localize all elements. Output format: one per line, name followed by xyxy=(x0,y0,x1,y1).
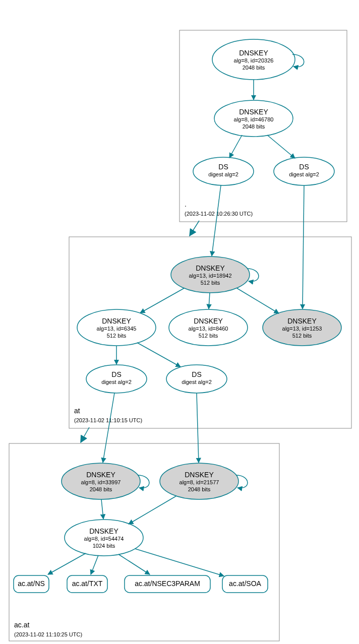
node-at-ds1: DS digest alg=2 xyxy=(86,365,147,393)
svg-text:DNSKEY: DNSKEY xyxy=(89,527,118,535)
node-acat-dnskey-ksk2: DNSKEY alg=8, id=21577 2048 bits xyxy=(160,463,238,499)
svg-text:alg=13, id=1253: alg=13, id=1253 xyxy=(282,326,322,332)
node-acat-dnskey-zsk: DNSKEY alg=8, id=54474 1024 bits xyxy=(65,520,143,556)
svg-text:512 bits: 512 bits xyxy=(107,333,127,339)
svg-text:512 bits: 512 bits xyxy=(199,333,218,339)
svg-text:alg=13, id=18942: alg=13, id=18942 xyxy=(189,273,231,279)
edge-root-ds1-at-ksk xyxy=(212,185,221,256)
svg-text:alg=8, id=20326: alg=8, id=20326 xyxy=(234,57,274,63)
zone-at-time: (2023-11-02 11:10:15 UTC) xyxy=(74,417,142,423)
svg-text:2048 bits: 2048 bits xyxy=(188,486,211,492)
svg-text:ac.at/NS: ac.at/NS xyxy=(18,579,45,588)
svg-text:1024 bits: 1024 bits xyxy=(93,543,115,549)
node-at-dnskey-zsk1: DNSKEY alg=13, id=6345 512 bits xyxy=(77,309,156,346)
edge-zone-at-acat xyxy=(81,427,89,442)
svg-text:512 bits: 512 bits xyxy=(292,333,312,339)
svg-text:2048 bits: 2048 bits xyxy=(90,486,112,492)
node-root-dnskey-zsk: DNSKEY alg=8, id=46780 2048 bits xyxy=(214,100,293,137)
svg-text:alg=8, id=46780: alg=8, id=46780 xyxy=(234,116,274,122)
edge-zsk-ns xyxy=(48,553,86,574)
edge-root-zsk-ds1 xyxy=(229,135,242,158)
svg-text:2048 bits: 2048 bits xyxy=(243,123,265,130)
zone-at-title: at xyxy=(74,407,80,415)
node-rr-txt: ac.at/TXT xyxy=(67,575,107,593)
svg-text:DNSKEY: DNSKEY xyxy=(239,49,268,57)
zone-root-title: . xyxy=(185,200,187,208)
edge-zsk-soa xyxy=(135,549,224,576)
svg-text:digest alg=2: digest alg=2 xyxy=(289,171,319,177)
edge-at-ksk-zsk3 xyxy=(237,288,279,313)
zone-root-time: (2023-11-02 10:26:30 UTC) xyxy=(185,211,253,217)
edge-at-ds2-acat-ksk2 xyxy=(197,393,199,463)
svg-text:DS: DS xyxy=(299,163,309,171)
svg-text:2048 bits: 2048 bits xyxy=(243,65,265,71)
svg-text:ac.at/NSEC3PARAM: ac.at/NSEC3PARAM xyxy=(135,579,200,588)
svg-text:DNSKEY: DNSKEY xyxy=(196,264,225,272)
svg-text:digest alg=2: digest alg=2 xyxy=(208,171,238,177)
node-at-dnskey-ksk: DNSKEY alg=13, id=18942 512 bits xyxy=(171,256,250,293)
svg-text:DS: DS xyxy=(218,163,228,171)
edge-zsk-nsec3param xyxy=(118,554,150,574)
edge-zone-root-at xyxy=(190,221,199,236)
svg-text:DNSKEY: DNSKEY xyxy=(185,471,214,479)
edge-root-ds2-at-zsk3 xyxy=(303,185,304,309)
edge-at-zsk1-ds2 xyxy=(137,343,181,367)
dnssec-diagram: . (2023-11-02 10:26:30 UTC) DNSKEY alg=8… xyxy=(0,0,359,644)
svg-text:DS: DS xyxy=(192,370,201,378)
node-rr-nsec3param: ac.at/NSEC3PARAM xyxy=(125,575,210,593)
zone-acat-box xyxy=(9,443,279,641)
edge-at-ds1-acat-ksk1 xyxy=(103,393,114,463)
zone-acat-time: (2023-11-02 11:10:25 UTC) xyxy=(14,631,82,637)
edge-at-ksk-zsk1 xyxy=(140,288,184,313)
node-root-ds1: DS digest alg=2 xyxy=(193,157,254,185)
svg-text:DNSKEY: DNSKEY xyxy=(194,317,223,325)
edge-acat-ksk1-zsk xyxy=(101,499,103,519)
svg-text:512 bits: 512 bits xyxy=(201,280,220,286)
edge-at-ksk-zsk2 xyxy=(209,293,210,309)
svg-text:ac.at/TXT: ac.at/TXT xyxy=(72,579,103,588)
node-root-ds2: DS digest alg=2 xyxy=(274,157,334,185)
edge-root-zsk-ds2 xyxy=(267,135,295,158)
svg-text:DNSKEY: DNSKEY xyxy=(239,108,268,116)
svg-text:digest alg=2: digest alg=2 xyxy=(182,379,212,385)
svg-text:DNSKEY: DNSKEY xyxy=(102,317,131,325)
svg-text:alg=13, id=8460: alg=13, id=8460 xyxy=(189,326,228,332)
svg-text:DS: DS xyxy=(111,370,121,378)
svg-text:DNSKEY: DNSKEY xyxy=(86,471,115,479)
node-root-dnskey-ksk: DNSKEY alg=8, id=20326 2048 bits xyxy=(212,39,295,80)
node-at-dnskey-zsk3: DNSKEY alg=13, id=1253 512 bits xyxy=(263,309,341,346)
node-acat-dnskey-ksk1: DNSKEY alg=8, id=33997 2048 bits xyxy=(62,463,140,499)
edge-acat-ksk2-zsk xyxy=(129,496,176,524)
edge-zsk-txt xyxy=(91,555,98,574)
svg-text:alg=13, id=6345: alg=13, id=6345 xyxy=(97,326,137,332)
svg-text:alg=8, id=54474: alg=8, id=54474 xyxy=(84,536,124,542)
node-rr-ns: ac.at/NS xyxy=(14,575,49,593)
node-at-dnskey-zsk2: DNSKEY alg=13, id=8460 512 bits xyxy=(169,309,248,346)
svg-text:alg=8, id=21577: alg=8, id=21577 xyxy=(180,479,219,485)
svg-text:DNSKEY: DNSKEY xyxy=(287,317,317,325)
svg-text:alg=8, id=33997: alg=8, id=33997 xyxy=(81,479,121,485)
svg-text:ac.at/SOA: ac.at/SOA xyxy=(229,579,261,588)
node-at-ds2: DS digest alg=2 xyxy=(166,365,227,393)
svg-text:digest alg=2: digest alg=2 xyxy=(101,379,132,385)
node-rr-soa: ac.at/SOA xyxy=(222,575,268,593)
zone-acat-title: ac.at xyxy=(14,621,29,629)
